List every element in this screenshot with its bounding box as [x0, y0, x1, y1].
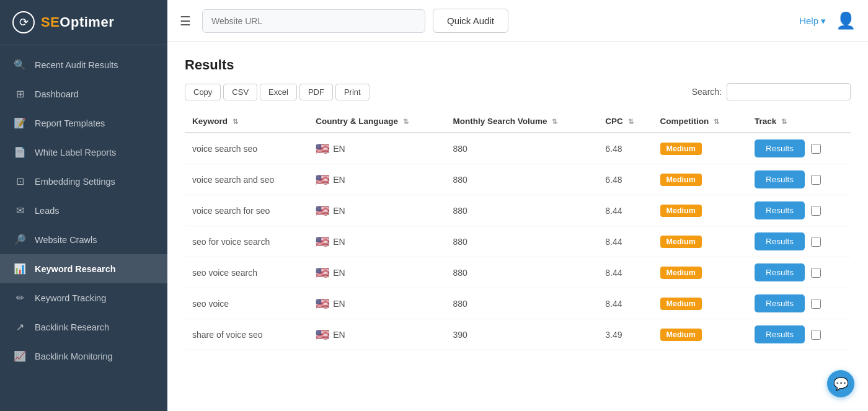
sidebar-item-recent-audit[interactable]: 🔍Recent Audit Results: [0, 50, 167, 79]
sidebar-item-backlink-research[interactable]: ↗Backlink Research: [0, 312, 167, 342]
cell-cpc-3: 8.44: [598, 226, 652, 257]
col-cpc[interactable]: CPC ⇅: [598, 110, 652, 133]
main-content: ☰ Quick Audit Help ▾ 👤 Results CopyCSVEx…: [167, 0, 868, 411]
language-2: EN: [333, 206, 345, 216]
track-checkbox-4[interactable]: [811, 268, 821, 278]
pdf-button[interactable]: PDF: [299, 84, 333, 100]
search-label: Search:: [692, 87, 722, 97]
results-button-0[interactable]: Results: [755, 139, 805, 157]
table-toolbar: CopyCSVExcelPDFPrint Search:: [185, 83, 851, 100]
dashboard-icon: ⊞: [14, 88, 26, 100]
cell-competition-5: Medium: [653, 288, 747, 319]
report-templates-icon: 📝: [14, 117, 26, 129]
cell-volume-1: 880: [446, 164, 598, 195]
keyword-tracking-icon: ✏: [14, 292, 26, 304]
sort-icon-volume: ⇅: [552, 118, 557, 125]
help-button[interactable]: Help ▾: [799, 15, 826, 27]
csv-button[interactable]: CSV: [223, 84, 257, 100]
copy-button[interactable]: Copy: [185, 84, 221, 100]
sidebar-label-recent-audit: Recent Audit Results: [35, 60, 118, 70]
track-checkbox-2[interactable]: [811, 206, 821, 216]
sidebar-item-keyword-research[interactable]: 📊Keyword Research: [0, 254, 167, 283]
cell-volume-2: 880: [446, 195, 598, 226]
cell-country-1: 🇺🇸EN: [308, 164, 445, 195]
col-volume[interactable]: Monthly Search Volume ⇅: [446, 110, 598, 133]
sidebar-label-leads: Leads: [35, 206, 60, 216]
sidebar-item-backlink-monitoring[interactable]: 📈Backlink Monitoring: [0, 342, 167, 371]
competition-badge-1: Medium: [660, 174, 702, 186]
cell-track-6: Results: [747, 319, 851, 350]
track-checkbox-5[interactable]: [811, 299, 821, 309]
col-track[interactable]: Track ⇅: [747, 110, 851, 133]
menu-icon[interactable]: ☰: [180, 14, 191, 29]
language-0: EN: [333, 144, 345, 154]
sidebar-item-white-label[interactable]: 📄White Label Reports: [0, 138, 167, 167]
cell-country-3: 🇺🇸EN: [308, 226, 445, 257]
results-button-6[interactable]: Results: [755, 325, 805, 343]
cell-country-4: 🇺🇸EN: [308, 257, 445, 288]
cell-competition-3: Medium: [653, 226, 747, 257]
cell-track-2: Results: [747, 195, 851, 226]
flag-icon-5: 🇺🇸: [316, 297, 329, 311]
flag-icon-6: 🇺🇸: [316, 328, 329, 342]
cell-cpc-2: 8.44: [598, 195, 652, 226]
user-avatar-icon[interactable]: 👤: [836, 11, 856, 30]
sidebar-item-embedding[interactable]: ⊡Embedding Settings: [0, 167, 167, 196]
embedding-icon: ⊡: [14, 175, 26, 187]
table-row: share of voice seo🇺🇸EN3903.49MediumResul…: [185, 319, 851, 350]
col-keyword[interactable]: Keyword ⇅: [185, 110, 308, 133]
url-input[interactable]: [202, 9, 425, 33]
chat-button[interactable]: 💬: [827, 370, 854, 397]
results-button-1[interactable]: Results: [755, 170, 805, 188]
sidebar-item-website-crawls[interactable]: 🔎Website Crawls: [0, 225, 167, 254]
cell-track-4: Results: [747, 257, 851, 288]
backlink-monitoring-icon: 📈: [14, 350, 26, 362]
flag-icon-0: 🇺🇸: [316, 142, 329, 156]
table-row: seo voice search🇺🇸EN8808.44MediumResults: [185, 257, 851, 288]
excel-button[interactable]: Excel: [260, 84, 297, 100]
track-checkbox-6[interactable]: [811, 330, 821, 340]
sidebar-label-embedding: Embedding Settings: [35, 177, 115, 187]
language-3: EN: [333, 237, 345, 247]
cell-track-0: Results: [747, 133, 851, 164]
quick-audit-button[interactable]: Quick Audit: [433, 9, 508, 33]
cell-keyword-1: voice search and seo: [185, 164, 308, 195]
sidebar-item-keyword-tracking[interactable]: ✏Keyword Tracking: [0, 283, 167, 312]
sidebar-label-white-label: White Label Reports: [35, 148, 116, 157]
track-checkbox-3[interactable]: [811, 237, 821, 247]
col-country[interactable]: Country & Language ⇅: [308, 110, 445, 133]
results-title: Results: [185, 57, 851, 73]
col-competition[interactable]: Competition ⇅: [653, 110, 747, 133]
sidebar-nav: 🔍Recent Audit Results⊞Dashboard📝Report T…: [0, 45, 167, 411]
cell-volume-3: 880: [446, 226, 598, 257]
results-button-3[interactable]: Results: [755, 232, 805, 250]
flag-icon-3: 🇺🇸: [316, 235, 329, 249]
table-row: seo voice🇺🇸EN8808.44MediumResults: [185, 288, 851, 319]
search-input[interactable]: [727, 83, 851, 100]
sidebar-item-leads[interactable]: ✉Leads: [0, 196, 167, 225]
sidebar-label-report-templates: Report Templates: [35, 118, 105, 128]
track-checkbox-0[interactable]: [811, 144, 821, 154]
recent-audit-icon: 🔍: [14, 59, 26, 71]
sort-icon-cpc: ⇅: [628, 118, 634, 125]
logo-icon: ⟳: [12, 11, 35, 33]
sidebar-item-report-templates[interactable]: 📝Report Templates: [0, 108, 167, 138]
track-checkbox-1[interactable]: [811, 175, 821, 185]
results-button-4[interactable]: Results: [755, 263, 805, 281]
sidebar-item-dashboard[interactable]: ⊞Dashboard: [0, 79, 167, 108]
results-button-5[interactable]: Results: [755, 294, 805, 312]
cell-volume-5: 880: [446, 288, 598, 319]
logo: ⟳ SEOptimer: [0, 0, 167, 45]
cell-country-5: 🇺🇸EN: [308, 288, 445, 319]
topbar: ☰ Quick Audit Help ▾ 👤: [167, 0, 868, 42]
results-button-2[interactable]: Results: [755, 201, 805, 219]
table-row: voice search for seo🇺🇸EN8808.44MediumRes…: [185, 195, 851, 226]
print-button[interactable]: Print: [335, 84, 370, 100]
cell-country-6: 🇺🇸EN: [308, 319, 445, 350]
cell-keyword-6: share of voice seo: [185, 319, 308, 350]
leads-icon: ✉: [14, 205, 26, 216]
sort-icon-keyword: ⇅: [232, 118, 238, 125]
search-area: Search:: [692, 83, 851, 100]
language-6: EN: [333, 330, 345, 340]
flag-icon-2: 🇺🇸: [316, 204, 329, 218]
